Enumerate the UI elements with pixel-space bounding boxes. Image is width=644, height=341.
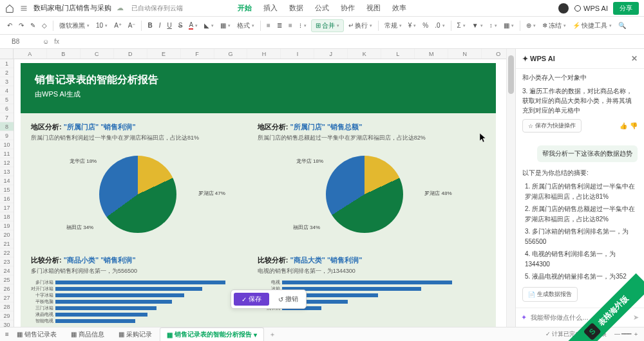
autosum-icon[interactable]: Σ — [455, 21, 468, 30]
row-header[interactable]: 11 — [0, 149, 14, 158]
add-sheet-icon[interactable]: ＋ — [265, 330, 279, 339]
tab-collab[interactable]: 协作 — [341, 3, 355, 13]
row-header[interactable]: 29 — [0, 311, 14, 320]
col-header[interactable]: F — [181, 49, 214, 59]
italic-icon[interactable]: I — [157, 21, 163, 30]
share-button[interactable]: 分享 — [613, 2, 639, 15]
filter-icon[interactable]: ▼ — [470, 21, 485, 30]
col-header[interactable]: N — [448, 49, 482, 59]
search-icon[interactable]: 🔍 — [616, 21, 628, 30]
row-header[interactable]: 17 — [0, 203, 14, 212]
row-header[interactable]: 30 — [0, 320, 14, 327]
col-header[interactable]: G — [214, 49, 248, 59]
row-header[interactable]: 24 — [0, 266, 14, 275]
avatar[interactable] — [558, 3, 569, 14]
tab-formula[interactable]: 公式 — [315, 3, 329, 13]
close-icon[interactable]: ✕ — [631, 54, 638, 63]
clear-format-icon[interactable]: ◇ — [40, 21, 49, 30]
col-header[interactable]: K — [348, 49, 381, 59]
tab-data[interactable]: 数据 — [289, 3, 303, 13]
cell-reference[interactable]: B8 — [5, 38, 37, 45]
insert-row-icon[interactable]: ⊕ — [524, 21, 538, 30]
row-header[interactable]: 12 — [0, 158, 14, 167]
row-header[interactable]: 27 — [0, 293, 14, 302]
col-header[interactable]: H — [247, 49, 281, 59]
row-header[interactable]: 18 — [0, 212, 14, 221]
fx-icon[interactable]: ☺ — [43, 38, 49, 45]
align-left-icon[interactable]: ≡ — [265, 21, 272, 30]
bold-icon[interactable]: B — [146, 21, 154, 30]
send-icon[interactable]: ➤ — [633, 313, 639, 322]
row-header[interactable]: 2 — [0, 68, 14, 77]
col-header[interactable]: B — [47, 49, 80, 59]
currency-icon[interactable]: ¥ — [406, 21, 419, 30]
quick-tools[interactable]: ⚡ 快捷工具 — [571, 20, 614, 32]
zoom-controls[interactable]: — ━━━ ＋ — [614, 330, 639, 338]
valign-icon[interactable]: ⫶ — [297, 21, 308, 30]
fill-color-icon[interactable]: ◣ — [202, 21, 216, 30]
tab-view[interactable]: 视图 — [366, 3, 381, 13]
freeze-button[interactable]: ❄ 冻结 — [540, 20, 568, 32]
row-header[interactable]: 28 — [0, 302, 14, 311]
col-header[interactable]: D — [114, 49, 147, 59]
font-color-icon[interactable]: A — [187, 20, 200, 31]
decimal-icon[interactable]: .0 — [433, 21, 446, 30]
sheet-canvas[interactable]: 销售记录表的智能分析报告 由WPS AI生成 地区分析: "所属门店" "销售利… — [14, 59, 515, 327]
col-header[interactable]: L — [381, 49, 415, 59]
sheet-tab-2[interactable]: ▦ 采购记录 — [112, 328, 158, 341]
align-center-icon[interactable]: ≣ — [275, 21, 284, 30]
col-header[interactable]: M — [415, 49, 448, 59]
row-header[interactable]: 14 — [0, 176, 14, 185]
home-icon[interactable] — [5, 4, 14, 13]
redo-icon[interactable]: ↷ — [17, 21, 26, 30]
merge-button[interactable]: ⊞ 合并 — [311, 19, 344, 32]
align-right-icon[interactable]: ≡ — [287, 21, 294, 30]
underline-icon[interactable]: U — [165, 21, 173, 30]
row-header[interactable]: 6 — [0, 104, 14, 113]
font-size-select[interactable]: 10 — [94, 21, 109, 30]
tab-efficiency[interactable]: 效率 — [392, 3, 406, 13]
sheet-tab-3[interactable]: ▦ 销售记录表的智能分析报告 ▾ — [160, 327, 264, 341]
font-decrease-icon[interactable]: A⁻ — [126, 21, 138, 30]
row-header[interactable]: 21 — [0, 239, 14, 248]
save-quick-action[interactable]: ☆ 保存为快捷操作 — [522, 119, 582, 133]
sort-icon[interactable]: ↕ — [488, 21, 499, 30]
col-header[interactable]: A — [14, 49, 47, 59]
wps-ai-button[interactable]: WPS AI — [574, 5, 608, 12]
font-increase-icon[interactable]: A⁺ — [112, 21, 124, 30]
wrap-button[interactable]: ↵ 换行 — [346, 20, 374, 32]
row-header[interactable]: 19 — [0, 221, 14, 230]
row-header[interactable]: 4 — [0, 86, 14, 95]
conditional-icon[interactable]: ▦ — [502, 21, 516, 30]
cell-style-icon[interactable]: 格式 — [235, 20, 256, 32]
strike-icon[interactable]: S — [176, 21, 185, 30]
row-header[interactable]: 15 — [0, 185, 14, 194]
row-header[interactable]: 1 — [0, 59, 14, 68]
float-undo-button[interactable]: ↺ 撤销 — [273, 293, 303, 306]
col-header[interactable]: I — [281, 49, 314, 59]
ai-feedback[interactable]: 👍👎 — [620, 122, 638, 129]
row-header[interactable]: 13 — [0, 167, 14, 176]
generate-report-button[interactable]: 📄 生成数据报告 — [522, 287, 578, 302]
row-header[interactable]: 9 — [0, 131, 14, 140]
vertical-scrollbar[interactable] — [506, 49, 515, 327]
col-header[interactable]: E — [147, 49, 181, 59]
sheet-tab-0[interactable]: ▦ 销售记录表 — [10, 328, 63, 341]
col-header[interactable]: C — [80, 49, 114, 59]
format-painter-icon[interactable]: ✎ — [28, 21, 37, 30]
row-header[interactable]: 5 — [0, 95, 14, 104]
font-family-select[interactable]: 微软雅黑 — [57, 20, 91, 32]
row-header[interactable]: 25 — [0, 275, 14, 284]
col-header[interactable]: J — [314, 49, 348, 59]
row-header[interactable]: 26 — [0, 284, 14, 293]
row-header[interactable]: 16 — [0, 194, 14, 203]
tab-insert[interactable]: 插入 — [263, 3, 278, 13]
number-format-select[interactable]: 常规 — [383, 20, 404, 32]
hamburger-icon[interactable] — [19, 4, 28, 13]
percent-icon[interactable]: % — [421, 21, 430, 30]
row-header[interactable]: 8 — [0, 122, 14, 131]
tabs-menu-icon[interactable]: ≡ — [5, 331, 9, 338]
row-header[interactable]: 3 — [0, 77, 14, 86]
float-save-button[interactable]: ✓ 保存 — [234, 293, 269, 306]
undo-icon[interactable]: ↶ — [5, 21, 14, 30]
